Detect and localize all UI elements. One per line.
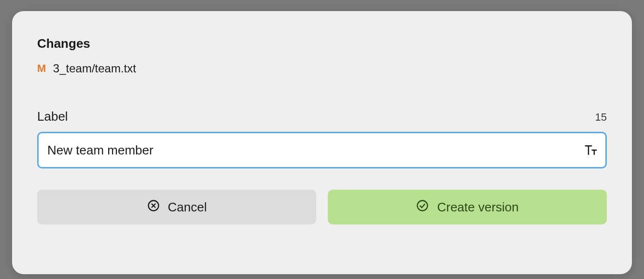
label-input-wrap: [37, 132, 607, 168]
create-version-button-label: Create version: [437, 200, 518, 215]
char-count: 15: [595, 111, 607, 124]
text-format-icon[interactable]: [584, 143, 598, 157]
label-heading: Label: [37, 109, 68, 124]
create-version-dialog: Changes M 3_team/team.txt Label 15 Cance…: [12, 11, 632, 274]
cancel-icon: [147, 199, 160, 216]
change-row: M 3_team/team.txt: [37, 62, 607, 75]
modified-status-icon: M: [37, 63, 46, 74]
cancel-button[interactable]: Cancel: [37, 190, 316, 224]
dialog-button-row: Cancel Create version: [37, 190, 607, 224]
svg-point-1: [418, 200, 428, 210]
change-file-path: 3_team/team.txt: [53, 62, 136, 75]
changes-heading: Changes: [37, 36, 607, 51]
label-input[interactable]: [37, 132, 607, 168]
create-version-button[interactable]: Create version: [328, 190, 607, 224]
label-row: Label 15: [37, 109, 607, 124]
check-circle-icon: [416, 199, 429, 216]
cancel-button-label: Cancel: [168, 200, 207, 215]
